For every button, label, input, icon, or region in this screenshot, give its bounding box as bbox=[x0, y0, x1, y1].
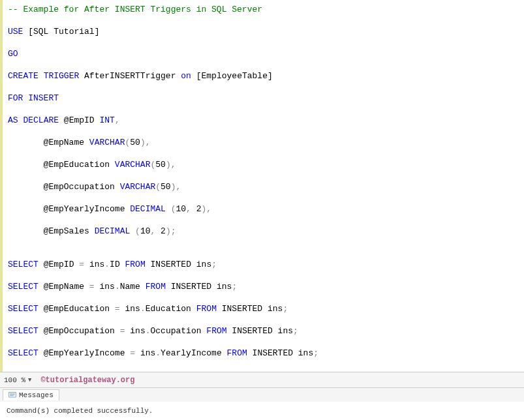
chevron-down-icon: ▼ bbox=[28, 377, 31, 383]
var-empyi: @EmpYearlyIncome bbox=[44, 204, 125, 214]
kw-as: AS bbox=[8, 115, 18, 125]
num-50c: 50 bbox=[161, 182, 171, 192]
kw-select1: SELECT bbox=[8, 260, 39, 269]
kw-select2: SELECT bbox=[8, 282, 39, 292]
kw-from4: FROM bbox=[206, 326, 226, 336]
kw-select4: SELECT bbox=[8, 326, 39, 336]
num-10b: 10 bbox=[140, 226, 151, 236]
kw-from3: FROM bbox=[196, 304, 217, 314]
var-empname: @EmpName bbox=[44, 138, 84, 147]
tab-messages-label: Messages bbox=[19, 391, 54, 399]
kw-varchar1: VARCHAR bbox=[89, 138, 125, 147]
kw-go: GO bbox=[8, 49, 18, 59]
kw-from6: FROM bbox=[155, 370, 176, 372]
kw-varchar3: VARCHAR bbox=[120, 182, 156, 192]
trigger-name: AfterINSERTTrigger bbox=[84, 71, 176, 81]
messages-pane[interactable]: Command(s) completed successfully. bbox=[0, 402, 524, 420]
status-bar: 100 % ▼ ©tutorialgateway.org bbox=[0, 372, 524, 387]
kw-create: CREATE bbox=[8, 71, 39, 81]
kw-for: FOR bbox=[8, 93, 23, 103]
v-id: @EmpID bbox=[44, 260, 74, 269]
kw-from1: FROM bbox=[125, 260, 146, 269]
var-empocc: @EmpOccupation bbox=[44, 182, 115, 192]
kw-select5: SELECT bbox=[8, 348, 39, 358]
watermark: ©tutorialgateway.org bbox=[40, 376, 134, 385]
tab-messages[interactable]: Messages bbox=[3, 389, 59, 400]
kw-on: on bbox=[181, 71, 191, 81]
kw-from2: FROM bbox=[146, 282, 166, 292]
kw-insert: INSERT bbox=[28, 93, 59, 103]
results-tabs: Messages bbox=[0, 387, 524, 402]
kw-select3: SELECT bbox=[8, 304, 39, 314]
db-name: [SQL Tutorial] bbox=[28, 27, 99, 37]
messages-icon bbox=[8, 391, 16, 399]
var-empid: @EmpID bbox=[64, 115, 95, 125]
num-2a: 2 bbox=[196, 204, 202, 214]
var-empedu: @EmpEducation bbox=[44, 160, 110, 170]
var-empsales: @EmpSales bbox=[44, 226, 89, 236]
comment: -- Example for After INSERT Triggers in … bbox=[8, 5, 262, 14]
kw-select6: SELECT bbox=[8, 370, 39, 372]
kw-from5: FROM bbox=[227, 348, 247, 358]
kw-use: USE bbox=[8, 27, 23, 37]
num-50a: 50 bbox=[130, 138, 140, 147]
kw-trigger: TRIGGER bbox=[44, 71, 80, 81]
sql-editor[interactable]: -- Example for After INSERT Triggers in … bbox=[0, 0, 524, 372]
num-50b: 50 bbox=[155, 160, 166, 170]
num-10a: 10 bbox=[176, 204, 186, 214]
num-2b: 2 bbox=[161, 226, 166, 236]
table-name: [EmployeeTable] bbox=[196, 71, 273, 81]
zoom-dropdown[interactable]: 100 % ▼ bbox=[4, 376, 31, 384]
zoom-label: 100 % bbox=[4, 376, 25, 384]
kw-decimal2: DECIMAL bbox=[95, 226, 131, 236]
kw-varchar2: VARCHAR bbox=[115, 160, 151, 170]
kw-declare: DECLARE bbox=[23, 115, 59, 125]
kw-int: INT bbox=[99, 115, 114, 125]
messages-text: Command(s) completed successfully. bbox=[7, 407, 153, 415]
kw-decimal1: DECIMAL bbox=[130, 204, 166, 214]
